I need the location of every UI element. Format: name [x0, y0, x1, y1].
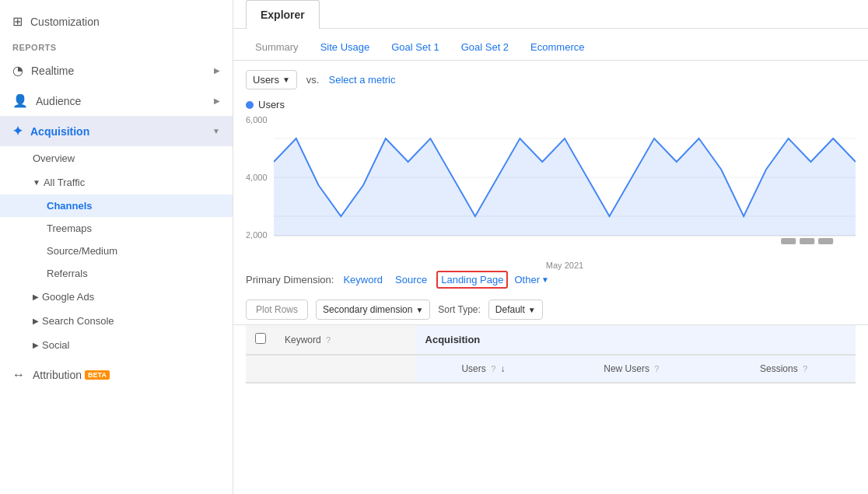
svg-rect-5 [800, 238, 814, 244]
users-dropdown[interactable]: Users ▼ [246, 70, 297, 89]
svg-rect-6 [818, 238, 833, 244]
chevron-right-icon: ▶ [214, 66, 220, 75]
clock-icon: ◔ [12, 63, 23, 78]
sort-type-label: Sort Type: [438, 304, 480, 315]
chart-area: Users 6,000 4,000 2,000 [233, 99, 868, 261]
legend-dot [246, 101, 254, 109]
chevron-right-icon-3: ▶ [33, 293, 39, 301]
sub-tabs-row: Summary Site Usage Goal Set 1 Goal Set 2… [233, 29, 868, 61]
th-new-users: New Users ? [551, 355, 712, 383]
tab-ecommerce[interactable]: Ecommerce [521, 35, 593, 61]
sidebar-item-audience[interactable]: 👤 Audience ▶ [0, 86, 233, 116]
metric-row: Users ▼ vs. Select a metric [233, 61, 868, 99]
sidebar-item-channels[interactable]: Channels [0, 194, 233, 217]
sidebar-item-source-medium[interactable]: Source/Medium [0, 240, 233, 262]
plot-rows-button[interactable]: Plot Rows [246, 300, 308, 320]
data-table: Keyword ? Acquisition Users ? ↓ New User… [246, 325, 856, 384]
sidebar-item-google-ads[interactable]: ▶ Google Ads [0, 285, 233, 309]
y-axis-labels: 6,000 4,000 2,000 [246, 115, 271, 240]
sidebar-item-overview[interactable]: Overview [0, 146, 233, 170]
chevron-right-icon-2: ▶ [214, 96, 220, 105]
main-content: Explorer Summary Site Usage Goal Set 1 G… [233, 0, 868, 494]
beta-badge: BETA [85, 370, 110, 380]
explorer-tab[interactable]: Explorer [246, 0, 320, 29]
tab-summary[interactable]: Summary [246, 35, 308, 61]
secondary-dimension-dropdown[interactable]: Secondary dimension ▼ [316, 300, 430, 320]
sidebar-item-social[interactable]: ▶ Social [0, 333, 233, 357]
dropdown-arrow-icon-2: ▼ [415, 306, 423, 314]
th-checkbox [246, 325, 275, 355]
dim-keyword[interactable]: Keyword [340, 272, 386, 287]
dim-other[interactable]: Other ▼ [514, 274, 548, 286]
sort-type-dropdown[interactable]: Default ▼ [488, 300, 543, 320]
chart-wrapper: 6,000 4,000 2,000 May 2 [246, 115, 856, 255]
primary-dim-label: Primary Dimension: [246, 274, 334, 286]
sidebar-item-referrals[interactable]: Referrals [0, 262, 233, 285]
sidebar-item-attribution[interactable]: ↔ Attribution BETA [0, 360, 233, 390]
tab-goal-set-2[interactable]: Goal Set 2 [452, 35, 518, 61]
x-axis-label: May 2021 [274, 261, 856, 270]
table-container: Keyword ? Acquisition Users ? ↓ New User… [233, 325, 868, 384]
grid-icon: ⊞ [12, 14, 23, 29]
reports-section-label: REPORTS [0, 37, 233, 55]
vs-label: vs. [306, 74, 320, 86]
th-sessions: Sessions ? [712, 355, 856, 383]
dim-source[interactable]: Source [392, 272, 430, 287]
sidebar: ⊞ Customization REPORTS ◔ Realtime ▶ 👤 A… [0, 0, 233, 494]
tab-site-usage[interactable]: Site Usage [311, 35, 380, 61]
chevron-right-icon-5: ▶ [33, 341, 39, 349]
keyword-help-icon[interactable]: ? [326, 335, 331, 345]
th-users: Users ? ↓ [416, 355, 551, 383]
tab-goal-set-1[interactable]: Goal Set 1 [382, 35, 448, 61]
line-chart [274, 115, 856, 255]
select-metric-link[interactable]: Select a metric [328, 74, 395, 86]
th-acquisition: Acquisition [416, 325, 856, 355]
new-users-help-icon[interactable]: ? [654, 364, 659, 373]
acquisition-icon: ✦ [12, 124, 23, 138]
sidebar-item-acquisition[interactable]: ✦ Acquisition ▼ [0, 116, 233, 146]
sidebar-item-customization[interactable]: ⊞ Customization [0, 6, 233, 37]
sessions-help-icon[interactable]: ? [803, 364, 807, 373]
users-help-icon[interactable]: ? [491, 364, 495, 373]
sidebar-item-search-console[interactable]: ▶ Search Console [0, 309, 233, 333]
dropdown-arrow-icon-3: ▼ [528, 306, 536, 314]
sort-arrow-icon[interactable]: ↓ [501, 363, 506, 374]
attribution-icon: ↔ [12, 368, 25, 382]
sidebar-item-treemaps[interactable]: Treemaps [0, 217, 233, 240]
th-keyword-2 [275, 355, 416, 383]
sidebar-item-realtime[interactable]: ◔ Realtime ▶ [0, 55, 233, 86]
th-keyword: Keyword ? [275, 325, 416, 355]
dropdown-arrow-icon: ▼ [282, 75, 290, 84]
person-icon: 👤 [12, 93, 28, 108]
th-empty [246, 355, 275, 383]
chevron-right-icon-4: ▶ [33, 317, 39, 325]
explorer-tab-bar: Explorer [233, 0, 868, 29]
select-all-checkbox[interactable] [255, 333, 266, 344]
chevron-down-icon-3: ▼ [541, 275, 549, 284]
sidebar-item-all-traffic[interactable]: ▼ All Traffic [0, 170, 233, 194]
chart-legend: Users [246, 99, 856, 110]
svg-rect-4 [781, 238, 796, 244]
toolbar-row: Plot Rows Secondary dimension ▼ Sort Typ… [233, 295, 868, 325]
dim-landing-page[interactable]: Landing Page [436, 271, 508, 289]
chevron-down-icon-2: ▼ [33, 178, 40, 187]
chevron-down-icon: ▼ [212, 127, 220, 135]
